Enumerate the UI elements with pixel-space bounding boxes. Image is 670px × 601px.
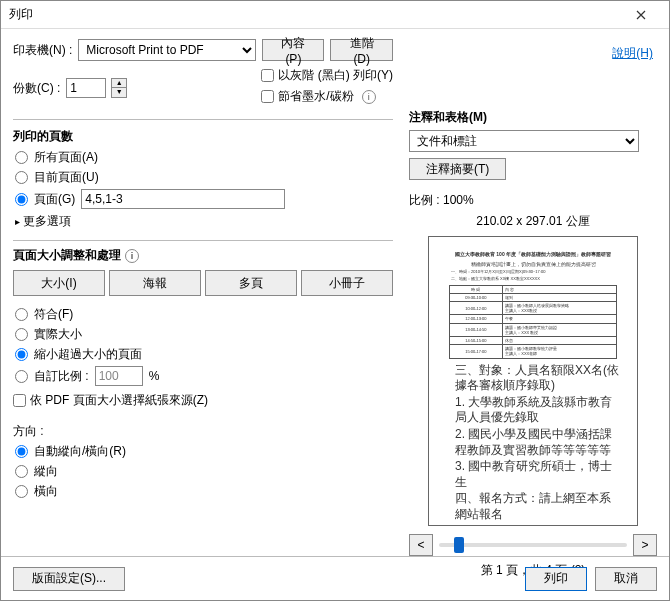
info-icon[interactable]: i [125, 249, 139, 263]
next-page-button[interactable]: > [633, 534, 657, 556]
actual-radio[interactable] [15, 328, 28, 341]
multiple-button[interactable]: 多頁 [205, 270, 297, 296]
help-link[interactable]: 說明(H) [612, 45, 653, 62]
page-setup-button[interactable]: 版面設定(S)... [13, 567, 125, 591]
printer-select[interactable]: Microsoft Print to PDF [78, 39, 256, 61]
paper-source-checkbox[interactable] [13, 394, 26, 407]
close-icon [636, 10, 646, 20]
print-button[interactable]: 列印 [525, 567, 587, 591]
comments-section-title: 注釋和表格(M) [409, 109, 657, 126]
landscape-label: 橫向 [34, 483, 58, 500]
current-page-radio[interactable] [15, 171, 28, 184]
grayscale-label: 以灰階 (黑白) 列印(Y) [278, 67, 393, 84]
save-ink-checkbox[interactable] [261, 90, 274, 103]
copies-spinner[interactable]: ▲▼ [111, 78, 127, 98]
portrait-radio[interactable] [15, 465, 28, 478]
auto-orient-label: 自動縱向/橫向(R) [34, 443, 126, 460]
size-button[interactable]: 大小(I) [13, 270, 105, 296]
prev-page-button[interactable]: < [409, 534, 433, 556]
portrait-label: 縱向 [34, 463, 58, 480]
actual-label: 實際大小 [34, 326, 82, 343]
dialog-title: 列印 [9, 6, 621, 23]
pages-radio[interactable] [15, 193, 28, 206]
close-button[interactable] [621, 1, 661, 29]
paper-source-label: 依 PDF 頁面大小選擇紙張來源(Z) [30, 392, 208, 409]
current-page-label: 目前頁面(U) [34, 169, 99, 186]
custom-scale-input [95, 366, 143, 386]
all-pages-label: 所有頁面(A) [34, 149, 98, 166]
percent-label: % [149, 369, 160, 383]
cancel-button[interactable]: 取消 [595, 567, 657, 591]
fit-radio[interactable] [15, 308, 28, 321]
info-icon[interactable]: i [362, 90, 376, 104]
pages-section-title: 列印的頁數 [13, 128, 393, 145]
all-pages-radio[interactable] [15, 151, 28, 164]
copies-label: 份數(C) : [13, 80, 60, 97]
printer-label: 印表機(N) : [13, 42, 72, 59]
poster-button[interactable]: 海報 [109, 270, 201, 296]
save-ink-label: 節省墨水/碳粉 [278, 88, 353, 105]
print-preview: 國立大學教師教育 100 年度「教師基礎能力測驗與證照」教師專題研習 精緻師資培… [428, 236, 638, 526]
custom-scale-radio[interactable] [15, 370, 28, 383]
booklet-button[interactable]: 小冊子 [301, 270, 393, 296]
summarize-comments-button[interactable]: 注釋摘要(T) [409, 158, 506, 180]
shrink-radio[interactable] [15, 348, 28, 361]
shrink-label: 縮小超過大小的頁面 [34, 346, 142, 363]
advanced-button[interactable]: 進階(D) [330, 39, 393, 61]
more-options-toggle[interactable]: 更多選項 [15, 213, 393, 230]
slider-thumb[interactable] [454, 537, 464, 553]
pages-label: 頁面(G) [34, 191, 75, 208]
page-slider[interactable] [439, 543, 627, 547]
properties-button[interactable]: 內容(P) [262, 39, 324, 61]
copies-input[interactable] [66, 78, 106, 98]
fit-label: 符合(F) [34, 306, 73, 323]
pages-input[interactable] [81, 189, 285, 209]
auto-orient-radio[interactable] [15, 445, 28, 458]
landscape-radio[interactable] [15, 485, 28, 498]
comments-select[interactable]: 文件和標註 [409, 130, 639, 152]
orientation-title: 方向 : [13, 423, 393, 440]
preview-dimensions: 210.02 x 297.01 公厘 [409, 213, 657, 230]
scale-label: 比例 : 100% [409, 192, 657, 209]
grayscale-checkbox[interactable] [261, 69, 274, 82]
custom-scale-label: 自訂比例 : [34, 368, 89, 385]
sizing-section-title: 頁面大小調整和處理 [13, 247, 121, 264]
